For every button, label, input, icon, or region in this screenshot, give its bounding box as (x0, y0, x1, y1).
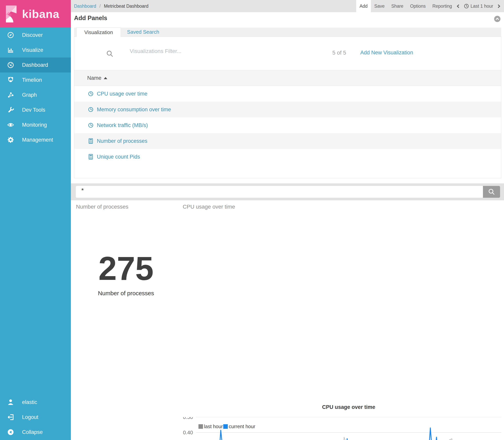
search-icon (106, 50, 114, 58)
content: Add Panels Visualization Saved Search 5 … (71, 12, 504, 440)
main-area: Dashboard / Metricbeat Dashboard AddSave… (71, 0, 504, 440)
collapse-icon (7, 428, 14, 436)
svg-text:0.40: 0.40 (183, 429, 193, 436)
tab-saved-search[interactable]: Saved Search (121, 28, 165, 36)
vis-link[interactable]: Unique count Pids (97, 154, 140, 160)
sidebar-item-logout[interactable]: Logout (0, 410, 71, 425)
add-panels-box: 5 of 5 Add New Visualization Name CPU us… (74, 37, 501, 178)
compass-icon (7, 31, 14, 39)
sidebar-item-monitoring[interactable]: Monitoring (0, 117, 71, 132)
sidebar-item-label: Collapse (22, 429, 43, 435)
metric-panel-title: Number of processes (76, 204, 128, 210)
sidebar-item-dev-tools[interactable]: Dev Tools (0, 102, 71, 117)
dashboard-panels: Number of processes 275 Number of proces… (71, 200, 504, 440)
metric-value: 275 (83, 249, 169, 288)
result-count: 5 of 5 (332, 50, 346, 56)
sidebar-item-visualize[interactable]: Visualize (0, 42, 71, 57)
collapse-add-panels-button[interactable] (494, 16, 501, 22)
visualizations-filter-input[interactable] (130, 48, 307, 54)
kibana-logo-icon (3, 4, 19, 24)
breadcrumb: Dashboard / Metricbeat Dashboard (71, 3, 148, 9)
breadcrumb-current: Metricbeat Dashboard (104, 3, 148, 9)
vis-link[interactable]: Number of processes (97, 138, 147, 144)
sidebar-item-label: Timelion (22, 77, 42, 83)
sidebar-item-label: Logout (22, 414, 38, 420)
kibana-logo-text: kibana (22, 7, 59, 20)
query-search-button[interactable] (483, 186, 500, 198)
add-panels-tabs: Visualization Saved Search (74, 28, 501, 37)
sidebar-item-collapse[interactable]: Collapse (0, 425, 71, 440)
metric-icon (87, 153, 94, 160)
sidebar-item-elastic[interactable]: elastic (0, 395, 71, 410)
topnav-add-button[interactable]: Add (356, 0, 371, 12)
table-header-name[interactable]: Name (74, 70, 501, 86)
logout-icon (7, 413, 14, 421)
sidebar-item-label: Dashboard (22, 62, 48, 68)
query-input[interactable] (76, 186, 483, 198)
sidebar-item-graph[interactable]: Graph (0, 87, 71, 102)
sidebar-item-label: Visualize (22, 47, 43, 53)
sidebar-item-label: Discover (22, 32, 43, 38)
metric-label: Number of processes (83, 290, 169, 297)
sidebar-item-dashboard[interactable]: Dashboard (0, 57, 71, 72)
kibana-logo[interactable]: kibana (0, 0, 71, 28)
breadcrumb-dashboard-link[interactable]: Dashboard (74, 3, 96, 9)
sidebar-item-management[interactable]: Management (0, 132, 71, 147)
page-title: Add Panels (74, 14, 107, 22)
lion-icon (7, 76, 14, 84)
top-actions: AddSaveShareOptionsReporting (356, 0, 455, 12)
time-picker: Last 1 hour (455, 0, 504, 12)
vis-link[interactable]: Network traffic (MB/s) (97, 122, 148, 128)
sidebar-item-timelion[interactable]: Timelion (0, 72, 71, 87)
topnav-share-button[interactable]: Share (388, 0, 407, 12)
time-forward-chevron[interactable] (497, 4, 500, 8)
time-picker-button[interactable]: Last 1 hour (463, 3, 494, 9)
breadcrumb-separator: / (99, 3, 101, 9)
topnav-reporting-button[interactable]: Reporting (429, 0, 455, 12)
sidebar-item-label: elastic (22, 399, 37, 405)
barchart-icon (7, 46, 14, 54)
time-back-chevron[interactable] (457, 4, 460, 8)
wrench-icon (7, 106, 14, 114)
graph-icon (7, 91, 14, 99)
filter-row: 5 of 5 Add New Visualization (74, 37, 501, 70)
sidebar: kibana DiscoverVisualizeDashboardTimelio… (0, 0, 71, 440)
vis-row-number-of-processes[interactable]: Number of processes (74, 133, 501, 149)
sidebar-item-discover[interactable]: Discover (0, 28, 71, 42)
vis-row-unique-count-pids[interactable]: Unique count Pids (74, 149, 501, 165)
topnav-options-button[interactable]: Options (407, 0, 429, 12)
vis-row-memory-consumption-over-time[interactable]: Memory consumption over time (74, 102, 501, 117)
vis-row-network-traffic-mb-s[interactable]: Network traffic (MB/s) (74, 117, 501, 133)
sidebar-footer: elasticLogoutCollapse (0, 395, 71, 440)
sidebar-nav: DiscoverVisualizeDashboardTimelionGraphD… (0, 28, 71, 147)
sidebar-item-label: Graph (22, 92, 37, 98)
table-rows: CPU usage over timeMemory consumption ov… (74, 86, 501, 165)
search-icon (488, 188, 495, 196)
vis-row-cpu-usage-over-time[interactable]: CPU usage over time (74, 86, 501, 102)
vis-link[interactable]: Memory consumption over time (97, 107, 171, 113)
timeseries-icon (87, 90, 94, 97)
query-bar (71, 183, 504, 200)
top-navbar: Dashboard / Metricbeat Dashboard AddSave… (71, 0, 504, 12)
chevron-up-icon (494, 16, 500, 22)
chart-cpu[interactable]: 0.500.400.300.200.100.0009:20:0009:30:00… (182, 417, 501, 440)
metric-icon (87, 138, 94, 144)
eye-icon (7, 121, 14, 129)
timeseries-icon (87, 122, 94, 129)
sidebar-item-label: Monitoring (22, 122, 47, 128)
chart-title-cpu: CPU usage over time (196, 404, 501, 410)
add-new-visualization-link[interactable]: Add New Visualization (360, 50, 413, 56)
sidebar-item-label: Dev Tools (22, 107, 45, 113)
sort-ascending-icon (104, 77, 107, 79)
sidebar-item-label: Management (22, 137, 53, 143)
tab-visualization[interactable]: Visualization (76, 28, 121, 37)
time-range-label: Last 1 hour (471, 3, 493, 9)
clock-icon (464, 3, 469, 9)
topnav-save-button[interactable]: Save (371, 0, 388, 12)
gear-icon (7, 136, 14, 144)
vis-link[interactable]: CPU usage over time (97, 91, 147, 97)
timeseries-icon (87, 106, 94, 113)
visualizations-table: Name CPU usage over timeMemory consumpti… (74, 70, 501, 165)
gauge-icon (7, 61, 14, 69)
panel-title-cpu[interactable]: CPU usage over time (183, 204, 235, 210)
